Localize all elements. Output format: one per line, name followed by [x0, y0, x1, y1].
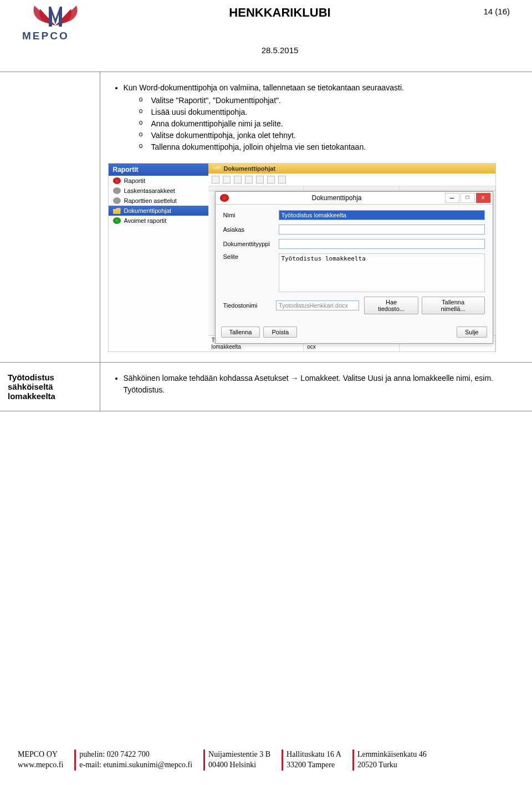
layout-icon — [113, 197, 121, 204]
report-icon — [113, 177, 121, 184]
doc-date: 28.5.2015 — [94, 45, 466, 55]
new-icon[interactable] — [212, 176, 219, 183]
doc-title: HENKKARIKLUBI — [94, 6, 466, 20]
intro-text: Kun Word-dokumenttipohja on valmiina, ta… — [124, 83, 404, 92]
logo-text: MEPCO — [22, 30, 94, 42]
main-panel: Dokumenttipohjat — [208, 164, 495, 351]
sidebar-item-avoimet[interactable]: Avoimet raportit — [109, 216, 208, 226]
body-table: Kun Word-dokumenttipohja on valmiina, ta… — [0, 72, 532, 411]
dokumenttipohja-dialog: Dokumenttipohja – □ × Nimi Asiakas Dokum… — [215, 191, 493, 344]
folder-icon — [213, 166, 221, 171]
input-selite[interactable] — [279, 253, 485, 292]
maximize-button[interactable]: □ — [461, 193, 475, 203]
label-selite: Selite — [223, 253, 279, 260]
section2-title-line2: sähköiseltä — [8, 382, 92, 391]
open-reports-icon — [113, 217, 121, 224]
input-tiedostonimi[interactable] — [276, 300, 359, 310]
step: Valitse "Raportit", "Dokumenttipohjat". — [139, 95, 525, 106]
footer-col-helsinki: Nuijamiestentie 3 B00400 Helsinki — [203, 750, 276, 771]
print-icon[interactable] — [256, 176, 264, 183]
dialog-icon — [220, 194, 229, 202]
step: Tallenna dokumenttipohja, jolloin ohjelm… — [139, 141, 525, 153]
label-tiedostonimi: Tiedostonimi — [223, 302, 276, 309]
section2-title-line3: lomakkeelta — [8, 391, 92, 401]
footer-col-turku: Lemminkäisenkatu 4620520 Turku — [352, 750, 432, 771]
page-footer: MEPCO OYwww.mepco.fi puhelin: 020 7422 7… — [18, 750, 514, 771]
step-list: Valitse "Raportit", "Dokumenttipohjat". … — [124, 95, 525, 153]
edit-icon[interactable] — [223, 176, 231, 183]
reports-sidebar: Raportit Raportit Laskentasarakkeet Rapo… — [109, 164, 208, 351]
dialog-title: Dokumenttipohja — [229, 194, 445, 202]
sidebar-item-asettelut[interactable]: Raporttien asettelut — [109, 196, 208, 206]
app-screenshot: Raportit Raportit Laskentasarakkeet Rapo… — [108, 163, 496, 352]
label-tyyppi: Dokumenttityyppi — [223, 241, 279, 247]
excel-icon[interactable] — [234, 176, 242, 183]
grid-header — [208, 186, 495, 191]
footer-col-company: MEPCO OYwww.mepco.fi — [18, 750, 69, 771]
export-icon[interactable] — [267, 176, 275, 183]
step: Anna dokumenttipohjalle nimi ja selite. — [139, 118, 525, 130]
hae-tiedosto-button[interactable]: Hae tiedosto... — [364, 297, 418, 314]
find-icon[interactable] — [278, 176, 286, 183]
page-header: MEPCO HENKKARIKLUBI 28.5.2015 14 (16) — [0, 0, 532, 55]
close-button[interactable]: × — [476, 193, 490, 203]
label-nimi: Nimi — [223, 212, 279, 218]
step: Valitse dokumenttipohja, jonka olet tehn… — [139, 130, 525, 141]
mepco-wings-icon — [22, 3, 89, 29]
logo: MEPCO — [22, 3, 94, 42]
tallenna-nimella-button[interactable]: Tallenna nimellä... — [422, 297, 485, 314]
input-tyyppi[interactable] — [279, 239, 485, 249]
sidebar-item-dokumenttipohjat[interactable]: Dokumenttipohjat — [109, 206, 208, 216]
main-panel-title: Dokumenttipohjat — [208, 164, 495, 174]
sidebar-title: Raportit — [109, 164, 208, 176]
footer-col-contact: puhelin: 020 7422 700e-mail: etunimi.suk… — [74, 750, 198, 771]
input-asiakas[interactable] — [279, 225, 485, 235]
page-number: 14 (16) — [466, 7, 510, 16]
step: Lisää uusi dokumenttipohja. — [139, 106, 525, 118]
poista-button[interactable]: Poista — [263, 327, 297, 338]
toolbar — [208, 174, 495, 186]
footer-col-tampere: Hallituskatu 16 A33200 Tampere — [282, 750, 347, 771]
section2-title-line1: Työtodistus — [8, 373, 92, 382]
columns-icon — [113, 187, 121, 194]
minimize-button[interactable]: – — [445, 193, 459, 203]
folder-icon — [113, 207, 121, 214]
input-nimi[interactable] — [279, 210, 485, 220]
tallenna-button[interactable]: Tallenna — [221, 327, 260, 338]
dialog-titlebar: Dokumenttipohja – □ × — [216, 192, 493, 205]
sidebar-item-laskenta[interactable]: Laskentasarakkeet — [109, 186, 208, 196]
grid-icon[interactable] — [245, 176, 253, 183]
label-asiakas: Asiakas — [223, 226, 279, 233]
section2-text: Sähköinen lomake tehdään kohdassa Asetuk… — [124, 373, 525, 396]
sidebar-item-raportit[interactable]: Raportit — [109, 176, 208, 186]
sulje-button[interactable]: Sulje — [457, 327, 487, 338]
